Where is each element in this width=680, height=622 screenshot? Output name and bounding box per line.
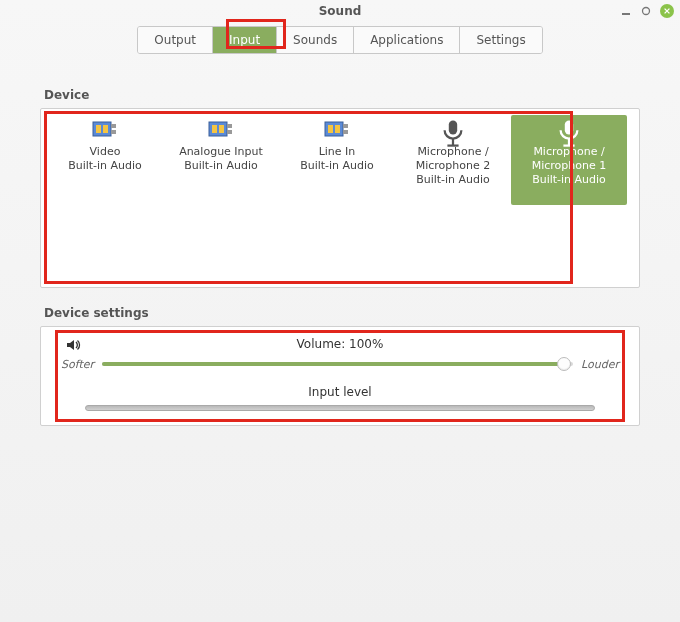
- volume-label: Volume: 100%: [297, 337, 384, 351]
- svg-rect-0: [622, 13, 630, 15]
- svg-rect-13: [227, 130, 232, 134]
- tab-output[interactable]: Output: [138, 27, 213, 53]
- svg-rect-8: [111, 130, 116, 134]
- svg-rect-19: [449, 120, 457, 134]
- device-settings-panel: Volume: 100% Softer Louder Input level: [40, 326, 640, 426]
- minimize-icon: [621, 6, 631, 16]
- louder-label: Louder: [581, 358, 619, 371]
- device-microphone-1[interactable]: Microphone / Microphone 1 Built-in Audio: [511, 115, 627, 205]
- maximize-icon: [641, 6, 651, 16]
- mic-icon: [555, 119, 583, 141]
- svg-rect-10: [212, 125, 217, 133]
- svg-rect-22: [565, 120, 573, 134]
- device-name-line1: Microphone /: [533, 145, 604, 159]
- tab-bar: Output Input Sounds Applications Setting…: [0, 26, 680, 54]
- device-sub: Built-in Audio: [68, 159, 142, 173]
- svg-point-1: [643, 8, 650, 15]
- close-button[interactable]: [660, 4, 674, 18]
- window-title: Sound: [319, 4, 362, 18]
- device-analogue-input[interactable]: Analogue Input Built-in Audio: [163, 115, 279, 199]
- device-panel: Video Built-in Audio Analogue Input Buil…: [40, 108, 640, 288]
- device-name: Video: [90, 145, 121, 159]
- input-level-label: Input level: [61, 385, 619, 399]
- slider-thumb[interactable]: [557, 357, 571, 371]
- minimize-button[interactable]: [620, 5, 632, 17]
- soundcard-icon: [207, 119, 235, 141]
- svg-rect-7: [111, 124, 116, 128]
- maximize-button[interactable]: [640, 5, 652, 17]
- mic-icon: [439, 119, 467, 141]
- device-section-label: Device: [44, 88, 640, 102]
- device-settings-section-label: Device settings: [44, 306, 640, 320]
- soundcard-icon: [323, 119, 351, 141]
- device-video[interactable]: Video Built-in Audio: [47, 115, 163, 199]
- device-name: Analogue Input: [179, 145, 263, 159]
- device-name-line1: Microphone /: [417, 145, 488, 159]
- sound-settings-window: Sound Output Input Sounds Applications S…: [0, 0, 680, 622]
- device-name-line2: Microphone 1: [532, 159, 607, 173]
- svg-rect-14: [325, 122, 343, 136]
- tab-applications[interactable]: Applications: [354, 27, 460, 53]
- svg-rect-9: [209, 122, 227, 136]
- window-controls: [620, 4, 674, 18]
- svg-rect-17: [343, 124, 348, 128]
- titlebar: Sound: [0, 0, 680, 22]
- svg-rect-15: [328, 125, 333, 133]
- svg-rect-6: [103, 125, 108, 133]
- device-line-in[interactable]: Line In Built-in Audio: [279, 115, 395, 199]
- svg-rect-4: [93, 122, 111, 136]
- svg-rect-5: [96, 125, 101, 133]
- svg-rect-18: [343, 130, 348, 134]
- device-sub: Built-in Audio: [184, 159, 258, 173]
- device-name-line2: Microphone 2: [416, 159, 491, 173]
- svg-rect-11: [219, 125, 224, 133]
- speaker-icon: [65, 337, 81, 356]
- device-sub: Built-in Audio: [532, 173, 606, 187]
- tab-input[interactable]: Input: [213, 27, 277, 53]
- close-icon: [663, 7, 671, 15]
- device-name: Line In: [319, 145, 356, 159]
- svg-rect-16: [335, 125, 340, 133]
- input-level-meter: [85, 405, 595, 411]
- slider-fill: [102, 362, 564, 366]
- volume-slider[interactable]: [102, 357, 573, 371]
- tab-settings[interactable]: Settings: [460, 27, 541, 53]
- device-sub: Built-in Audio: [300, 159, 374, 173]
- device-sub: Built-in Audio: [416, 173, 490, 187]
- tab-sounds[interactable]: Sounds: [277, 27, 354, 53]
- soundcard-icon: [91, 119, 119, 141]
- device-microphone-2[interactable]: Microphone / Microphone 2 Built-in Audio: [395, 115, 511, 205]
- softer-label: Softer: [61, 358, 94, 371]
- svg-rect-12: [227, 124, 232, 128]
